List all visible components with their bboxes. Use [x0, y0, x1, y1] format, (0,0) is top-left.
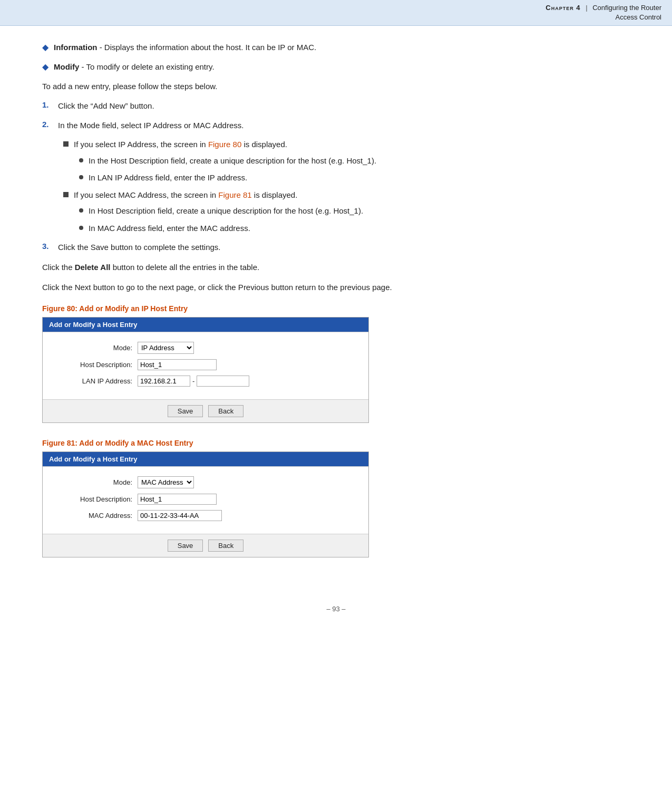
figure80-input-ip2[interactable] — [197, 376, 249, 387]
circle-items-mac: In Host Description field, create a uniq… — [79, 205, 538, 234]
page-header: Chapter 4 | Configuring the Router Acces… — [0, 0, 672, 26]
figure81-label-host: Host Description: — [53, 495, 138, 503]
circle-text-mac-2: In MAC Address field, enter the MAC addr… — [89, 223, 250, 235]
step-num-2: 2. — [42, 120, 53, 129]
circle-icon-mac-2 — [79, 226, 83, 230]
figure81-body: Mode: IP Address MAC Address Host Descri… — [43, 466, 368, 534]
circle-icon-ip-1 — [79, 158, 83, 162]
figure80-input-ip1[interactable] — [138, 376, 190, 387]
figure81-input-mac[interactable] — [138, 510, 222, 521]
figure81-header: Add or Modify a Host Entry — [43, 452, 368, 466]
figure81-label-mode: Mode: — [53, 478, 138, 486]
chapter-title: Configuring the Router — [592, 4, 661, 12]
circle-item-ip-2: In LAN IP Address field, enter the IP ad… — [79, 172, 538, 184]
diamond-text-2: Modify - To modify or delete an existing… — [54, 61, 215, 73]
bold-information: Information — [54, 43, 98, 52]
next-para: Click the Next button to go to the next … — [42, 281, 538, 294]
figure80-row-host: Host Description: — [53, 359, 358, 370]
circle-items-ip: In the Host Description field, create a … — [79, 155, 538, 184]
diamond-text-1: Information - Displays the information a… — [54, 42, 316, 54]
step-2: 2. In the Mode field, select IP Address … — [42, 120, 538, 132]
figure81-back-button[interactable]: Back — [208, 540, 244, 552]
sub-items-step2: If you select IP Address, the screen in … — [63, 139, 538, 234]
figure81-save-button[interactable]: Save — [168, 540, 203, 552]
figure80-save-button[interactable]: Save — [168, 405, 203, 417]
page-footer: – 93 – — [0, 594, 672, 618]
main-content: ◆ Information - Displays the information… — [0, 26, 580, 594]
diamond-item-information: ◆ Information - Displays the information… — [42, 42, 538, 54]
diamond-icon-1: ◆ — [42, 42, 48, 52]
circle-icon-mac-1 — [79, 208, 83, 213]
header-subtitle: Access Control — [11, 13, 661, 22]
circle-item-mac-1: In Host Description field, create a uniq… — [79, 205, 538, 217]
figure80-label-ip: LAN IP Address: — [53, 377, 138, 385]
figure80-row-mode: Mode: IP Address MAC Address — [53, 342, 358, 354]
step-text-3: Click the Save button to complete the se… — [58, 242, 221, 254]
link-figure81[interactable]: Figure 81 — [218, 190, 251, 199]
figure81-select-mode[interactable]: IP Address MAC Address — [138, 476, 194, 488]
figure80-input-host[interactable] — [138, 359, 217, 370]
square-icon-ip — [63, 141, 69, 147]
figure80-ip-separator: - — [192, 377, 194, 385]
chapter-label: Chapter 4 — [546, 4, 580, 12]
figure80-footer: Save Back — [43, 399, 368, 422]
circle-item-ip-1: In the Host Description field, create a … — [79, 155, 538, 167]
header-separator: | — [586, 4, 587, 12]
circle-text-ip-1: In the Host Description field, create a … — [89, 155, 376, 167]
intro-para: To add a new entry, please follow the st… — [42, 80, 538, 93]
square-item-ip: If you select IP Address, the screen in … — [63, 139, 538, 151]
step-num-3: 3. — [42, 242, 53, 251]
figure80-box: Add or Modify a Host Entry Mode: IP Addr… — [42, 317, 369, 423]
page-number: – 93 – — [326, 605, 345, 613]
step-num-1: 1. — [42, 100, 53, 109]
circle-text-mac-1: In Host Description field, create a uniq… — [89, 205, 363, 217]
figure81-box: Add or Modify a Host Entry Mode: IP Addr… — [42, 451, 369, 557]
figure81-input-host[interactable] — [138, 494, 217, 505]
figure80-body: Mode: IP Address MAC Address Host Descri… — [43, 332, 368, 399]
figure81-row-mac: MAC Address: — [53, 510, 358, 521]
delete-para: Click the Delete All button to delete al… — [42, 261, 538, 274]
figure80-caption: Figure 80: Add or Modify an IP Host Entr… — [42, 304, 538, 313]
circle-text-ip-2: In LAN IP Address field, enter the IP ad… — [89, 172, 247, 184]
square-icon-mac — [63, 192, 69, 197]
circle-icon-ip-2 — [79, 175, 83, 179]
figure80-row-ip: LAN IP Address: - — [53, 376, 358, 387]
circle-item-mac-2: In MAC Address field, enter the MAC addr… — [79, 223, 538, 235]
step-3: 3. Click the Save button to complete the… — [42, 242, 538, 254]
figure81-footer: Save Back — [43, 534, 368, 557]
square-item-mac: If you select MAC Address, the screen in… — [63, 189, 538, 201]
figure80-label-mode: Mode: — [53, 344, 138, 352]
step-text-1: Click the “Add New” button. — [58, 100, 154, 112]
square-text-mac: If you select MAC Address, the screen in… — [74, 189, 297, 201]
link-figure80[interactable]: Figure 80 — [208, 140, 241, 149]
figure80-input-mode[interactable]: IP Address MAC Address — [138, 342, 201, 354]
diamond-item-modify: ◆ Modify - To modify or delete an existi… — [42, 61, 538, 73]
figure80-header: Add or Modify a Host Entry — [43, 318, 368, 332]
figure81-input-mode[interactable]: IP Address MAC Address — [138, 476, 201, 488]
square-text-ip: If you select IP Address, the screen in … — [74, 139, 287, 151]
figure80-label-host: Host Description: — [53, 361, 138, 369]
step-text-2: In the Mode field, select IP Address or … — [58, 120, 244, 132]
step-1: 1. Click the “Add New” button. — [42, 100, 538, 112]
figure81-label-mac: MAC Address: — [53, 512, 138, 520]
figure80-select-mode[interactable]: IP Address MAC Address — [138, 342, 194, 354]
figure81-caption: Figure 81: Add or Modify a MAC Host Entr… — [42, 439, 538, 447]
bold-modify: Modify — [54, 62, 79, 71]
figure80-back-button[interactable]: Back — [208, 405, 244, 417]
figure81-row-mode: Mode: IP Address MAC Address — [53, 476, 358, 488]
bold-delete-all: Delete All — [75, 263, 111, 272]
figure81-row-host: Host Description: — [53, 494, 358, 505]
diamond-icon-2: ◆ — [42, 62, 48, 72]
